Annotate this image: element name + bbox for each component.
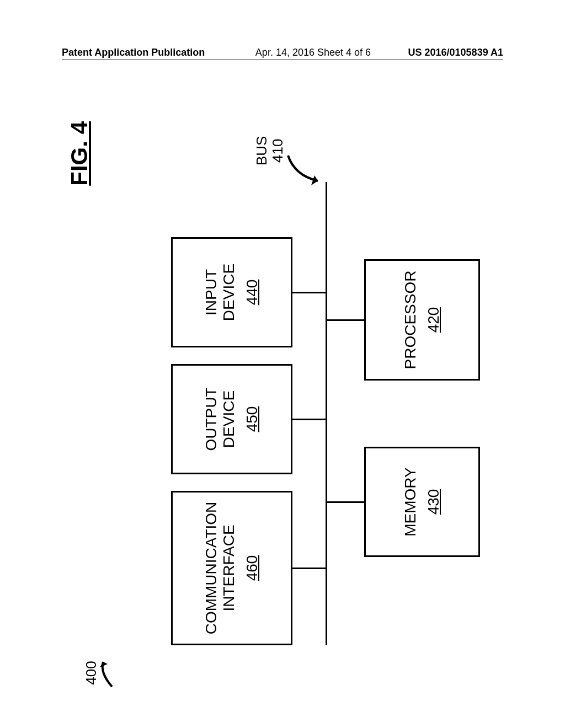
block-label: INTERFACE (220, 524, 238, 611)
figure-wrap: FIG. 4 400 BUS 410 (50, 88, 515, 695)
bus-stub (292, 292, 326, 293)
block-number: 460 (243, 555, 261, 581)
block-label: PROCESSOR (402, 271, 419, 370)
block-label: OUTPUT DEVICE (202, 369, 238, 469)
block-number: 420 (425, 307, 443, 333)
bus-label-text: BUS (254, 136, 270, 165)
bus-label: BUS 410 (254, 136, 285, 165)
bus-stub (292, 419, 326, 420)
block-label: COMMUNICATION (202, 502, 220, 635)
bus-line (326, 182, 327, 645)
document-number: US 2016/0105839 A1 (408, 47, 503, 58)
block-output-device: OUTPUT DEVICE 450 (171, 364, 292, 474)
block-number: 440 (243, 280, 261, 306)
block-input-device: INPUT DEVICE 440 (171, 237, 292, 347)
page-header: Patent Application Publication Apr. 14, … (62, 45, 503, 60)
figure-4: FIG. 4 400 BUS 410 (50, 88, 515, 695)
bus-arrow-icon (285, 144, 329, 189)
bus-stub (326, 319, 364, 321)
bus-stub (326, 501, 364, 503)
block-communication-interface: COMMUNICATION INTERFACE 460 (171, 491, 292, 645)
date-sheet-label: Apr. 14, 2016 Sheet 4 of 6 (205, 47, 408, 58)
block-memory: MEMORY 430 (364, 447, 480, 557)
block-processor: PROCESSOR 420 (364, 259, 480, 381)
figure-ref-400: 400 (83, 656, 115, 689)
arrow-icon (98, 656, 115, 689)
block-number: 450 (243, 406, 261, 432)
block-number: 430 (425, 489, 443, 515)
page: Patent Application Publication Apr. 14, … (0, 0, 565, 728)
bus-stub (292, 568, 326, 569)
figure-title: FIG. 4 (66, 121, 93, 186)
bus-label-num: 410 (270, 136, 286, 165)
block-label: INPUT DEVICE (202, 242, 238, 342)
publication-label: Patent Application Publication (62, 47, 205, 58)
block-label: MEMORY (402, 467, 419, 537)
